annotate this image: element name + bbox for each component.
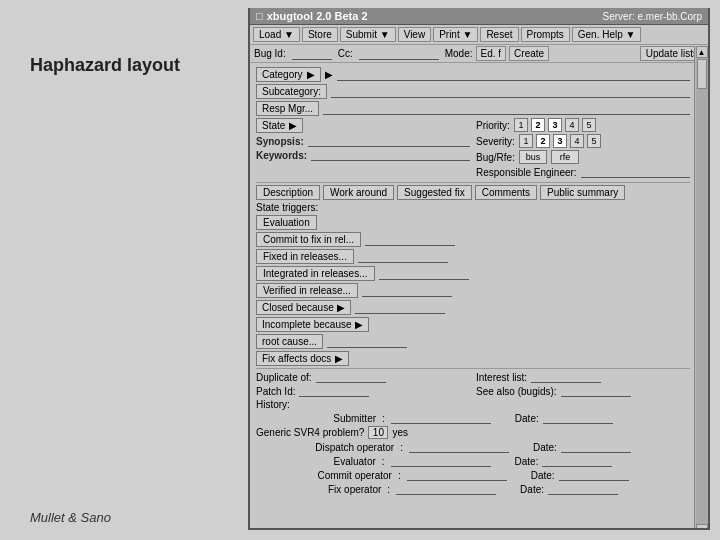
patch-id-field[interactable]	[299, 385, 369, 397]
responsible-engineer-label: Responsible Engineer:	[476, 167, 577, 178]
cc-field[interactable]	[359, 48, 439, 60]
tab-workaround[interactable]: Work around	[323, 185, 394, 200]
severity-5[interactable]: 5	[587, 134, 601, 148]
history-label: History:	[256, 399, 290, 410]
priority-col: Priority: 1 2 3 4 5 Severity: 1 2	[476, 118, 690, 180]
resp-mgr-button[interactable]: Resp Mgr...	[256, 101, 319, 116]
trigger-closed-row: Closed because▶	[256, 300, 690, 315]
scroll-thumb[interactable]	[697, 59, 707, 89]
fix-affects-row: Fix affects docs▶	[256, 351, 690, 366]
scroll-down-button[interactable]: ▼	[696, 524, 708, 530]
commit-operator-label: Commit operator	[317, 470, 391, 481]
severity-1[interactable]: 1	[519, 134, 533, 148]
submit-button[interactable]: Submit ▼	[340, 27, 396, 42]
fix-date-field[interactable]	[548, 483, 618, 495]
commit-operator-field[interactable]	[407, 469, 507, 481]
priority-2[interactable]: 2	[531, 118, 545, 132]
tab-suggested-fix[interactable]: Suggested fix	[397, 185, 472, 200]
dispatch-date-field[interactable]	[561, 441, 631, 453]
severity-4[interactable]: 4	[570, 134, 584, 148]
window-icon: □	[256, 10, 263, 22]
submitter-date-field[interactable]	[543, 412, 613, 424]
slide-title: Haphazard layout	[30, 55, 180, 76]
severity-3[interactable]: 3	[553, 134, 567, 148]
gen-help-button[interactable]: Gen. Help ▼	[572, 27, 642, 42]
priority-1[interactable]: 1	[514, 118, 528, 132]
duplicate-of-field[interactable]	[316, 371, 386, 383]
form-content: Category▶ ▶ Subcategory: Resp Mgr... Sta…	[250, 63, 708, 501]
trigger-closed-field[interactable]	[355, 302, 445, 314]
trigger-fixed-button[interactable]: Fixed in releases...	[256, 249, 354, 264]
severity-2[interactable]: 2	[536, 134, 550, 148]
dispatch-label: Dispatch operator	[315, 442, 394, 453]
resp-mgr-field[interactable]	[323, 103, 690, 115]
store-button[interactable]: Store	[302, 27, 338, 42]
generic-svr4-label: Generic SVR4 problem?	[256, 427, 364, 438]
root-cause-button[interactable]: root cause...	[256, 334, 323, 349]
scrollbar[interactable]: ▲ ▼	[694, 46, 708, 530]
toolbar-row2: Bug Id: Cc: Mode: Ed. f Create Update li…	[250, 45, 708, 63]
category-button[interactable]: Category▶	[256, 67, 321, 82]
tab-public-summary[interactable]: Public summary	[540, 185, 625, 200]
trigger-fixed-field[interactable]	[358, 251, 448, 263]
trigger-evaluation-button[interactable]: Evaluation	[256, 215, 317, 230]
scroll-up-button[interactable]: ▲	[696, 46, 708, 58]
trigger-integrated-button[interactable]: Integrated in releases...	[256, 266, 375, 281]
bus-button[interactable]: bus	[519, 150, 547, 164]
priority-row: Priority: 1 2 3 4 5	[476, 118, 690, 132]
dispatch-row: Dispatch operator : Date:	[256, 441, 690, 453]
fix-operator-field[interactable]	[396, 483, 496, 495]
reset-button[interactable]: Reset	[480, 27, 518, 42]
view-button[interactable]: View	[398, 27, 432, 42]
trigger-incomplete-button[interactable]: Incomplete because▶	[256, 317, 369, 332]
trigger-verified-button[interactable]: Verified in release...	[256, 283, 358, 298]
dispatch-field[interactable]	[409, 441, 509, 453]
trigger-closed-button[interactable]: Closed because▶	[256, 300, 351, 315]
print-button[interactable]: Print ▼	[433, 27, 478, 42]
trigger-incomplete-row: Incomplete because▶	[256, 317, 690, 332]
state-button[interactable]: State▶	[256, 118, 303, 133]
rfe-button[interactable]: rfe	[551, 150, 579, 164]
subcategory-button[interactable]: Subcategory:	[256, 84, 327, 99]
trigger-verified-field[interactable]	[362, 285, 452, 297]
generic-svr4-value[interactable]: 10	[368, 426, 388, 439]
priority-5[interactable]: 5	[582, 118, 596, 132]
toolbar-row1: Load ▼ Store Submit ▼ View Print ▼ Reset…	[250, 25, 708, 45]
submitter-field[interactable]	[391, 412, 491, 424]
interest-list-field[interactable]	[531, 371, 601, 383]
evaluator-label: Evaluator	[334, 456, 376, 467]
tab-description[interactable]: Description	[256, 185, 320, 200]
create-button[interactable]: Create	[509, 46, 549, 61]
tab-comments[interactable]: Comments	[475, 185, 537, 200]
synopsis-field[interactable]	[308, 135, 470, 147]
evaluator-field[interactable]	[391, 455, 491, 467]
prompts-button[interactable]: Prompts	[521, 27, 570, 42]
app-title: xbugtool 2.0 Beta 2	[267, 10, 368, 22]
divider-1	[256, 182, 690, 183]
trigger-verified-row: Verified in release...	[256, 283, 690, 298]
subcategory-field[interactable]	[331, 86, 690, 98]
edit-button[interactable]: Ed. f	[476, 46, 507, 61]
keywords-row: Keywords:	[256, 149, 470, 161]
category-field[interactable]	[337, 69, 690, 81]
mode-area: Mode: Ed. f Create	[445, 46, 549, 61]
see-also-field[interactable]	[561, 385, 631, 397]
priority-3[interactable]: 3	[548, 118, 562, 132]
fix-operator-row: Fix operator : Date:	[256, 483, 690, 495]
priority-group: 1 2 3 4 5	[514, 118, 596, 132]
root-cause-field[interactable]	[327, 336, 407, 348]
trigger-integrated-field[interactable]	[379, 268, 469, 280]
responsible-engineer-field[interactable]	[581, 166, 690, 178]
patch-seealso-row: Patch Id: See also (bugids):	[256, 385, 690, 399]
keywords-field[interactable]	[311, 149, 470, 161]
trigger-commit-field[interactable]	[365, 234, 455, 246]
load-button[interactable]: Load ▼	[253, 27, 300, 42]
divider-2	[256, 368, 690, 369]
evaluator-date-field[interactable]	[542, 455, 612, 467]
priority-4[interactable]: 4	[565, 118, 579, 132]
fix-affects-button[interactable]: Fix affects docs▶	[256, 351, 349, 366]
bug-rfe-label: Bug/Rfe:	[476, 152, 515, 163]
commit-date-field[interactable]	[559, 469, 629, 481]
bug-id-field[interactable]	[292, 48, 332, 60]
trigger-commit-button[interactable]: Commit to fix in rel...	[256, 232, 361, 247]
